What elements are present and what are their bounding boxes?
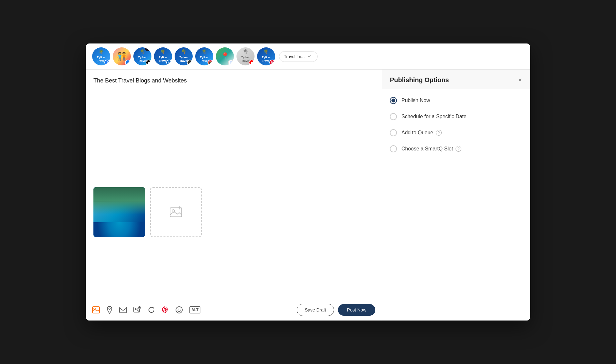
account-icon-2[interactable]: 🧑‍🤝‍🧑 👥: [113, 47, 131, 65]
pinterest-icon[interactable]: [162, 306, 169, 314]
publishing-header: Publishing Options ×: [382, 70, 530, 89]
dropdown-label: Travel Im...: [284, 54, 305, 59]
add-image-button[interactable]: [150, 187, 202, 237]
account-dropdown[interactable]: Travel Im...: [279, 51, 318, 62]
chevron-down-icon: [307, 54, 311, 58]
radio-smartq[interactable]: [390, 145, 397, 152]
editor-content: The Best Travel Blogs and Websites: [86, 70, 382, 299]
option-label-smartq: Choose a SmartQ Slot ?: [401, 146, 461, 152]
toolbar-actions: Save Draft Post Now: [297, 304, 375, 316]
refresh-icon[interactable]: [148, 306, 155, 314]
radio-schedule[interactable]: [390, 113, 397, 120]
account-icon-4[interactable]: 🌴 ZylkerTravel in: [154, 47, 172, 65]
toolbar-icons: ALT: [92, 306, 200, 314]
publishing-title: Publishing Options: [390, 76, 449, 84]
alt-text-button[interactable]: ALT: [189, 306, 200, 313]
help-icon-smartq[interactable]: ?: [456, 146, 461, 152]
option-label-add-queue: Add to Queue ?: [401, 130, 442, 136]
publishing-options: Publish Now Schedule for a Specific Date…: [382, 89, 530, 160]
bottom-toolbar: ALT Save Draft Post Now: [86, 299, 382, 321]
location-icon[interactable]: [106, 306, 113, 314]
option-schedule[interactable]: Schedule for a Specific Date: [390, 113, 523, 120]
emoji-icon[interactable]: [175, 306, 183, 314]
main-area: The Best Travel Blogs and Websites: [86, 70, 530, 321]
image-thumbnail[interactable]: [93, 187, 145, 237]
account-icon-6[interactable]: 🌴 ZylkerTravel 📸: [195, 47, 213, 65]
svg-point-15: [178, 309, 178, 309]
save-draft-button[interactable]: Save Draft: [297, 304, 334, 316]
svg-line-10: [138, 310, 140, 312]
svg-rect-7: [120, 307, 127, 313]
account-icon-8[interactable]: 🌴 ZylkerTravel ▶: [236, 47, 255, 65]
svg-point-9: [135, 308, 137, 310]
close-button[interactable]: ×: [517, 76, 523, 84]
svg-point-6: [109, 308, 111, 310]
header-bar: 🌴 ZylkerTravel f 🧑‍🤝‍🧑 👥 🌴 ZylkerTravel …: [86, 43, 530, 70]
svg-point-14: [176, 307, 182, 313]
radio-inner-publish-now: [391, 99, 395, 102]
editor-panel: The Best Travel Blogs and Websites: [86, 70, 382, 321]
add-image-icon: [168, 205, 184, 220]
account-icon-3[interactable]: 🌴 ZylkerTravel 245 ✕: [133, 47, 151, 65]
radio-add-queue[interactable]: [390, 129, 397, 136]
post-now-button[interactable]: Post Now: [338, 304, 375, 316]
email-icon[interactable]: [119, 307, 127, 313]
images-row: [93, 187, 374, 237]
image-icon[interactable]: [92, 306, 100, 313]
post-title: The Best Travel Blogs and Websites: [93, 77, 374, 84]
help-icon-queue[interactable]: ?: [436, 130, 442, 136]
option-add-queue[interactable]: Add to Queue ?: [390, 129, 523, 136]
option-label-schedule: Schedule for a Specific Date: [401, 114, 467, 120]
option-label-publish-now: Publish Now: [401, 98, 430, 103]
svg-point-16: [180, 309, 180, 309]
option-publish-now[interactable]: Publish Now: [390, 97, 523, 104]
account-icon-9[interactable]: 🌴 ZylkerTravel P: [257, 47, 275, 65]
account-icon-5[interactable]: 🌴 ZylkerTravel 📱: [175, 47, 193, 65]
account-icon-7[interactable]: 📍 G: [216, 47, 234, 65]
option-smartq[interactable]: Choose a SmartQ Slot ?: [390, 145, 523, 152]
search-image-icon[interactable]: [133, 306, 141, 314]
radio-publish-now[interactable]: [390, 97, 397, 104]
publishing-panel: Publishing Options × Publish Now: [382, 70, 530, 321]
account-icon-1[interactable]: 🌴 ZylkerTravel f: [92, 47, 110, 65]
modal-container: 🌴 ZylkerTravel f 🧑‍🤝‍🧑 👥 🌴 ZylkerTravel …: [86, 43, 530, 321]
